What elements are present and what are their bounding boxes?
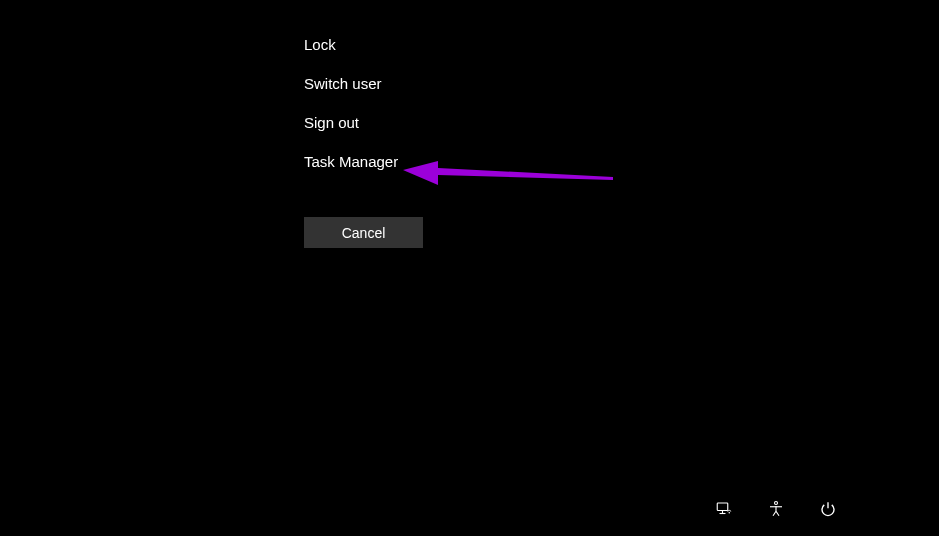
power-icon[interactable]	[817, 498, 839, 520]
security-options-menu: Lock Switch user Sign out Task Manager C…	[304, 25, 423, 248]
sign-out-option[interactable]: Sign out	[304, 103, 423, 142]
svg-line-7	[773, 511, 776, 516]
annotation-arrow	[398, 155, 618, 195]
network-icon[interactable]	[713, 498, 735, 520]
svg-rect-0	[717, 503, 728, 511]
svg-point-4	[775, 502, 778, 505]
cancel-button[interactable]: Cancel	[304, 217, 423, 248]
svg-point-3	[729, 512, 731, 514]
system-tray	[713, 498, 839, 520]
lock-option[interactable]: Lock	[304, 25, 423, 64]
accessibility-icon[interactable]	[765, 498, 787, 520]
task-manager-option[interactable]: Task Manager	[304, 142, 423, 181]
switch-user-option[interactable]: Switch user	[304, 64, 423, 103]
svg-line-8	[776, 511, 779, 516]
